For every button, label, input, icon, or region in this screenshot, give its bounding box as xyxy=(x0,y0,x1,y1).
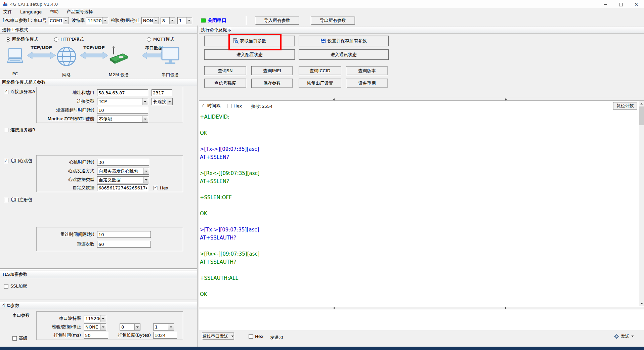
server-a-checkbox[interactable] xyxy=(4,90,8,94)
set-save-all-params-button[interactable]: 设置并保存所有参数 xyxy=(299,36,389,46)
recv-hex-label: Hex xyxy=(233,103,242,108)
scroll-up-button[interactable] xyxy=(639,101,644,106)
databits-select[interactable]: 8 xyxy=(161,17,175,24)
radio-button[interactable] xyxy=(54,37,58,42)
server-a-port-input[interactable] xyxy=(152,89,172,96)
server-a-address-input[interactable] xyxy=(97,89,148,96)
terminal-line xyxy=(200,218,639,226)
scrollbar-thumb[interactable] xyxy=(639,106,644,125)
enter-comm-state-button[interactable]: 进入通讯状态 xyxy=(299,49,389,60)
chevron-down-icon xyxy=(186,17,192,24)
radio-button[interactable] xyxy=(6,37,10,42)
chevron-down-icon xyxy=(102,17,108,24)
advanced-checkbox-row: 高级 xyxy=(12,336,28,341)
recv-hex-checkbox[interactable] xyxy=(227,104,231,108)
hb-mode-select[interactable]: 向服务器发送心跳包 xyxy=(97,168,149,175)
baud-label: 波特率 xyxy=(72,17,85,24)
terminal-line xyxy=(200,266,639,274)
command-button[interactable]: 查信号强度 xyxy=(204,79,246,88)
panel-divider xyxy=(197,26,198,347)
minimize-button[interactable] xyxy=(598,0,613,9)
baud-select[interactable]: 115200 xyxy=(86,17,108,24)
timestamp-checkbox[interactable] xyxy=(201,104,205,108)
server-b-checkbox[interactable] xyxy=(4,128,8,132)
terminal-line xyxy=(200,242,639,250)
mode-diagram: TCP/UDP TCP/UDP 串口数据 PC 网络 M2M 设备 串口设备 xyxy=(0,45,197,78)
command-button[interactable]: 恢复出厂设置 xyxy=(299,79,341,88)
pack-time-label: 打包时间(ms) xyxy=(37,332,81,339)
command-button[interactable]: 保存参数 xyxy=(251,79,293,88)
export-all-params-button[interactable]: 导出所有参数 xyxy=(311,16,355,25)
chevron-down-icon xyxy=(143,168,149,174)
import-all-params-button[interactable]: 导入所有参数 xyxy=(255,16,299,25)
g-parity-select[interactable]: NONE xyxy=(84,323,106,331)
menu-item[interactable]: 文件 xyxy=(3,8,13,15)
bottom-accent-bar xyxy=(0,347,644,350)
command-button[interactable]: 查询IMEI xyxy=(251,66,293,75)
command-button[interactable]: 查询SN xyxy=(204,66,246,75)
terminal-line: AT+SSLEN? xyxy=(200,177,639,185)
menu-item[interactable]: 产品型号选择 xyxy=(66,8,93,15)
terminal-line: OK xyxy=(200,290,639,298)
work-mode-option[interactable]: MQTT模式 xyxy=(147,37,174,42)
work-mode-option[interactable]: HTTPD模式 xyxy=(54,37,84,42)
hb-data-label: 自定义数据 xyxy=(37,184,94,191)
terminal-output: +ALIDEVID: OK >[Tx->][09:07:35][asc]AT+S… xyxy=(200,113,639,298)
register-checkbox[interactable] xyxy=(4,198,8,202)
short-timeout-input[interactable] xyxy=(97,107,148,114)
com-port-select[interactable]: COM10 xyxy=(48,17,69,24)
terminal-line xyxy=(200,185,639,193)
reconnect-count-input[interactable] xyxy=(97,241,151,248)
hb-data-input[interactable] xyxy=(97,184,148,191)
menu-item[interactable]: Language xyxy=(19,9,42,15)
send-input-area[interactable] xyxy=(199,309,644,330)
send-hex-checkbox[interactable] xyxy=(249,334,253,339)
g-baud-select[interactable]: 115200 xyxy=(84,315,106,322)
hb-mode-label: 心跳发送方式 xyxy=(37,168,94,174)
terminal-line: >[Rx<-][09:07:35][asc] xyxy=(200,250,639,258)
splitter-bottom[interactable] xyxy=(199,306,644,309)
hb-time-input[interactable] xyxy=(97,159,149,166)
server-a-groupbox: 地址和端口 连接类型 TCP 长连接 短连接超时时间(秒) ModbusTCP转… xyxy=(36,87,183,123)
send-via-serial-button[interactable]: 通过串口发送 xyxy=(202,333,234,340)
get-current-params-button[interactable]: 获取当前参数 xyxy=(204,36,295,46)
work-mode-option[interactable]: 网络透传模式 xyxy=(6,37,38,42)
command-button[interactable]: 查询ICCID xyxy=(299,66,341,75)
conn-keep-select[interactable]: 长连接 xyxy=(152,98,173,105)
title-bar: 4G CAT1 setup V1.4.0 × xyxy=(0,0,644,8)
addr-port-label: 地址和端口 xyxy=(37,89,94,96)
enter-config-state-button[interactable]: 进入配置状态 xyxy=(204,49,295,60)
close-button[interactable]: × xyxy=(629,0,644,9)
conn-type-select[interactable]: TCP xyxy=(97,98,148,105)
reset-counter-button[interactable]: 复位计数 xyxy=(613,102,637,110)
command-button[interactable]: 查询版本 xyxy=(346,66,388,75)
command-button[interactable]: 设备重启 xyxy=(346,79,388,88)
receive-terminal[interactable]: 时间戳 Hex 接收:5554 复位计数 +ALIDEVID: OK >[Tx-… xyxy=(199,101,639,306)
section-divider xyxy=(0,300,197,301)
g-databits-select[interactable]: 8 xyxy=(120,323,140,331)
maximize-icon xyxy=(619,3,623,6)
send-button[interactable]: 发送 xyxy=(614,333,634,339)
hb-hex-checkbox[interactable] xyxy=(154,186,158,190)
heartbeat-checkbox[interactable] xyxy=(4,159,8,163)
pack-len-input[interactable] xyxy=(153,332,177,339)
heartbeat-label: 启用心跳包 xyxy=(10,158,32,164)
modbus-select[interactable]: 不使能 xyxy=(97,116,148,123)
parity-select[interactable]: NONI xyxy=(141,17,159,24)
menu-item[interactable]: 帮助 xyxy=(49,8,59,15)
pack-time-input[interactable] xyxy=(84,332,108,339)
reconnect-count-label: 重连次数 xyxy=(37,241,94,248)
g-stopbits-select[interactable]: 1 xyxy=(153,323,174,331)
hb-type-select[interactable]: 自定义数据 xyxy=(97,176,149,183)
scroll-down-button[interactable] xyxy=(639,301,644,306)
maximize-button[interactable] xyxy=(613,0,629,9)
terminal-line: AT+SSLEN? xyxy=(200,153,639,161)
radio-button[interactable] xyxy=(147,37,151,42)
ssl-checkbox[interactable] xyxy=(4,284,8,289)
advanced-checkbox[interactable] xyxy=(12,336,17,341)
stopbits-select[interactable]: 1 xyxy=(177,17,192,24)
splitter-top[interactable] xyxy=(199,98,644,101)
reconnect-interval-input[interactable] xyxy=(97,231,151,238)
close-port-button[interactable]: 关闭串口 xyxy=(208,17,226,24)
terminal-vscrollbar[interactable] xyxy=(639,101,644,306)
